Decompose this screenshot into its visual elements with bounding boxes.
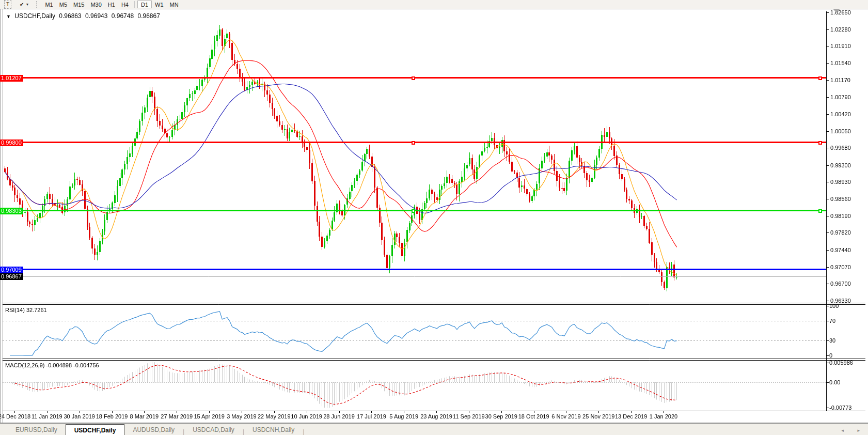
date-axis-tick-label: 8 Mar 2019	[130, 414, 159, 420]
price-axis-tick-label: 0.96700	[830, 281, 851, 287]
timeframe-button-mn[interactable]: MN	[167, 1, 182, 8]
timeframe-button-d1[interactable]: D1	[137, 1, 152, 8]
date-axis-tick-label: 30 Jan 2019	[64, 414, 95, 420]
open-value: 0.96863	[59, 12, 81, 20]
date-axis-tick-label: 23 Aug 2019	[420, 414, 452, 420]
price-axis-tick-label: 1.00790	[830, 95, 851, 100]
timeframe-button-m5[interactable]: M5	[56, 1, 70, 8]
hline-price-tag[interactable]: 0.98303	[0, 208, 23, 214]
chart-canvas[interactable]	[0, 0, 868, 435]
tab-separator: |	[303, 428, 304, 435]
price-axis-tick-label: 0.97070	[830, 265, 851, 270]
date-axis-tick-label: 28 Jun 2019	[323, 414, 355, 420]
price-axis-tick-label: 1.01540	[830, 60, 851, 66]
date-axis-tick-label: 30 Sep 2019	[485, 414, 517, 420]
price-axis-tick-label: 0.99300	[830, 163, 851, 168]
rsi-axis-tick-label: 100	[829, 303, 839, 309]
price-axis-tick-label: 0.98190	[830, 213, 851, 219]
rsi-indicator-label: RSI(14) 32.7261	[5, 307, 47, 313]
timeframe-button-h1[interactable]: H1	[105, 1, 118, 8]
date-axis-tick-label: 17 Jul 2019	[357, 414, 386, 420]
hline-price-tag[interactable]: 0.97009	[0, 267, 23, 273]
collapse-triangle-icon[interactable]: ▼	[6, 14, 11, 19]
date-axis-tick-label: 13 Dec 2019	[615, 414, 647, 420]
date-axis-tick-label: 10 Jun 2019	[291, 414, 322, 420]
price-axis-tick-label: 1.01910	[830, 43, 851, 49]
timeframe-button-w1[interactable]: W1	[152, 1, 167, 8]
price-axis-tick-label: 0.98560	[830, 196, 851, 202]
rsi-axis-tick-label: 70	[829, 318, 835, 324]
date-axis-tick-label: 3 May 2019	[227, 414, 256, 420]
price-axis-tick-label: 0.97820	[830, 230, 851, 236]
tab-scroll-arrows[interactable]: ◂ ▸	[841, 428, 866, 433]
price-axis-tick-label: 0.99680	[830, 145, 851, 151]
date-axis-tick-label: 25 Nov 2019	[582, 414, 614, 420]
text-tool-button[interactable]: T	[4, 0, 11, 9]
macd-axis-tick-label: 0.005986	[829, 360, 853, 366]
high-value: 0.96943	[85, 12, 107, 20]
symbol-tab-bar: EURUSD,DailyUSDCHF,DailyAUDUSD,Daily|USD…	[0, 423, 868, 435]
date-axis-tick-label: 27 Mar 2019	[161, 414, 193, 420]
price-axis-tick-label: 1.01170	[830, 77, 850, 83]
tab-usdcad[interactable]: USDCAD,Daily	[184, 424, 243, 435]
rsi-axis-tick-label: 0	[829, 353, 832, 359]
date-axis-tick-label: 15 Apr 2019	[194, 414, 224, 420]
date-axis-tick-label: 6 Nov 2019	[551, 414, 580, 420]
date-axis-tick-label: 11 Jan 2019	[31, 414, 62, 420]
timeframe-button-m1[interactable]: M1	[42, 1, 56, 8]
tab-usdcnh[interactable]: USDCNH,Daily	[244, 424, 303, 435]
tab-usdchf[interactable]: USDCHF,Daily	[66, 424, 125, 435]
chart-shift-marker-icon[interactable]	[833, 9, 840, 13]
price-axis-tick-label: 1.00050	[830, 129, 851, 134]
price-axis-tick-label: 0.97440	[830, 247, 851, 253]
macd-axis-tick-label: -0.00773	[829, 405, 851, 411]
symbol-period-label: USDCHF,Daily	[14, 12, 55, 20]
close-value: 0.96867	[138, 12, 160, 20]
timeframe-button-h4[interactable]: H4	[118, 1, 132, 8]
timeframe-button-m15[interactable]: M15	[70, 1, 87, 8]
current-price-tag: 0.96867	[0, 273, 23, 280]
date-axis-tick-label: 24 Dec 2018	[0, 414, 30, 420]
objects-tool-icon: ✔	[20, 2, 24, 7]
toolbar-grip[interactable]	[36, 1, 40, 8]
low-value: 0.96748	[112, 12, 134, 20]
date-axis-tick-label: 11 Sep 2019	[453, 414, 485, 420]
tab-eurusd[interactable]: EURUSD,Daily	[7, 424, 66, 435]
price-axis-tick-label: 0.98930	[830, 179, 851, 185]
mt4-chart-window: T ✔ ▼ M1M5M15M30H1H4D1W1MN ▼ USDCHF,Dail…	[0, 0, 868, 435]
macd-axis-tick-label: 0.00	[829, 380, 840, 385]
date-axis-tick-label: 18 Oct 2019	[518, 414, 549, 420]
tab-audusd[interactable]: AUDUSD,Daily	[124, 424, 183, 435]
date-axis-tick-label: 5 Aug 2019	[389, 414, 418, 420]
toolbar: T ✔ ▼ M1M5M15M30H1H4D1W1MN	[0, 0, 868, 9]
objects-tool-button[interactable]: ✔ ▼	[17, 1, 32, 8]
hline-price-tag[interactable]: 1.01207	[0, 75, 23, 82]
price-axis-tick-label: 1.00420	[830, 112, 851, 117]
price-axis-tick-label: 1.02280	[830, 27, 851, 33]
hline-price-tag[interactable]: 0.99800	[0, 139, 23, 146]
chart-ohlc-title: ▼ USDCHF,Daily 0.96863 0.96943 0.96748 0…	[6, 12, 162, 20]
macd-indicator-label: MACD(12,26,9) -0.004898 -0.004756	[5, 362, 99, 368]
date-axis-tick-label: 18 Feb 2019	[96, 414, 128, 420]
date-axis-tick-label: 1 Jan 2020	[650, 414, 677, 420]
timeframe-button-m30[interactable]: M30	[87, 1, 104, 8]
chevron-down-icon[interactable]: ▼	[26, 3, 29, 6]
rsi-axis-tick-label: 30	[829, 338, 835, 344]
date-axis-tick-label: 22 May 2019	[258, 414, 291, 420]
